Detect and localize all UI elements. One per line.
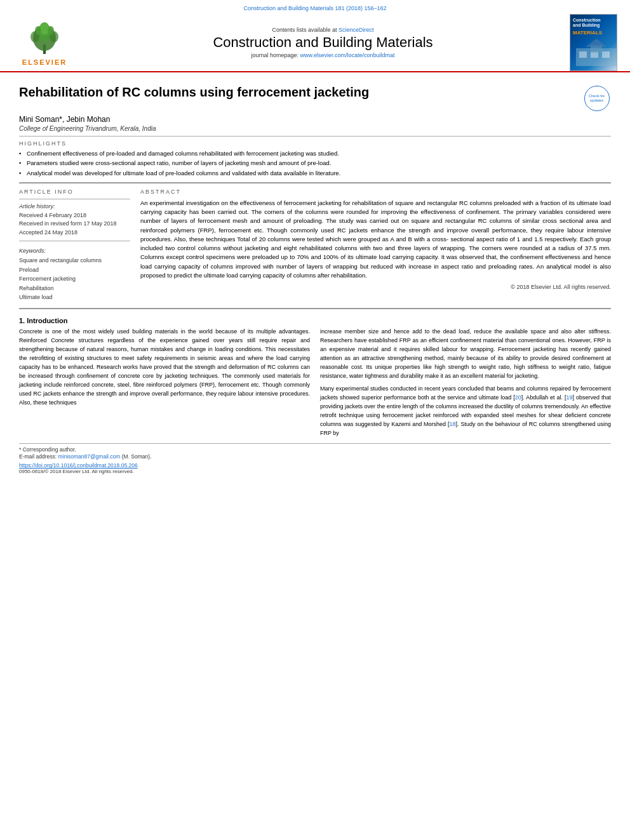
highlights-list: Confinement effectiveness of pre-loaded … [19, 149, 611, 177]
journal-title: Construction and Building Materials [89, 34, 557, 51]
svg-rect-9 [579, 51, 587, 58]
article-title: Rehabilitation of RC columns using ferro… [19, 84, 576, 100]
elsevier-logo: ELSEVIER [13, 19, 76, 66]
intro-col-left: Concrete is one of the most widely used … [19, 328, 310, 437]
svg-rect-11 [602, 51, 610, 58]
journal-homepage: journal homepage: www.elsevier.com/locat… [89, 52, 557, 58]
journal-center: Contents lists available at ScienceDirec… [76, 24, 570, 61]
keyword-4: Rehabilitation [19, 284, 130, 293]
footnote-email-line: E-mail address: minisoman87@gmail.com (M… [19, 453, 611, 461]
contents-line: Contents lists available at ScienceDirec… [89, 27, 557, 33]
cover-line3: MATERIALS [573, 30, 614, 36]
svg-point-7 [48, 26, 54, 35]
keyword-5: Ultimate load [19, 293, 130, 302]
divider-3 [19, 308, 611, 309]
abstract-label: ABSTRACT [140, 189, 611, 195]
issn-text: 0950-0618/© 2018 Elsevier Ltd. All right… [19, 469, 611, 474]
divider-1 [19, 136, 611, 137]
intro-text-right: increase member size and hence add to th… [320, 328, 611, 381]
highlights-label: HIGHLIGHTS [19, 140, 611, 147]
received-date: Received 4 February 2018 [19, 211, 130, 220]
intro-text-right-2: Many experimental studies conducted in r… [320, 385, 611, 438]
svg-point-6 [35, 26, 41, 35]
affiliation: College of Engineering Trivandrum, Keral… [19, 125, 611, 132]
cover-line1: Construction and Building [573, 18, 614, 29]
footnote-email-suffix: (M. Soman). [122, 453, 152, 460]
history-label: Article history: [19, 203, 130, 210]
divider-keywords [19, 241, 130, 241]
journal-top-ref: Construction and Building Materials 181 … [13, 5, 617, 11]
two-col-info-abstract: ARTICLE INFO Article history: Received 4… [19, 189, 611, 302]
keywords-section: Keywords: Square and rectangular columns… [19, 248, 130, 302]
svg-marker-13 [586, 39, 607, 47]
article-content: Rehabilitation of RC columns using ferro… [0, 72, 630, 481]
keyword-2: Preload [19, 265, 130, 274]
highlights-section: HIGHLIGHTS Confinement effectiveness of … [19, 140, 611, 177]
elsevier-tree-icon [22, 19, 67, 57]
intro-text-left: Concrete is one of the most widely used … [19, 328, 310, 407]
doi-link[interactable]: https://doi.org/10.1016/j.conbuildmat.20… [19, 462, 611, 469]
highlight-item: Analytical model was developed for ultim… [19, 169, 611, 177]
intro-col-right: increase member size and hence add to th… [320, 328, 611, 437]
elsevier-wordmark: ELSEVIER [22, 58, 67, 66]
journal-header: Construction and Building Materials 181 … [0, 0, 630, 72]
footnote-email-label: E-mail address: [19, 453, 57, 460]
footnote-email[interactable]: minisoman87@gmail.com [58, 453, 120, 460]
intro-two-col: Concrete is one of the most widely used … [19, 328, 611, 437]
divider-info [19, 199, 130, 199]
abstract-section: ABSTRACT An experimental investigation o… [140, 189, 611, 302]
intro-heading: 1. Introduction [19, 317, 611, 324]
abstract-text: An experimental investigation on the eff… [140, 199, 611, 280]
page: Construction and Building Materials 181 … [0, 0, 630, 840]
divider-2 [19, 182, 611, 183]
article-title-section: Rehabilitation of RC columns using ferro… [19, 79, 611, 112]
check-update-badge: Check for updates [582, 84, 611, 112]
highlight-item: Parameters studied were cross-sectional … [19, 159, 611, 167]
journal-header-inner: ELSEVIER Contents lists available at Sci… [13, 14, 617, 71]
journal-cover-image: Construction and Building MATERIALS [570, 14, 617, 71]
keyword-1: Square and rectangular columns [19, 256, 130, 265]
keyword-3: Ferrocement jacketing [19, 274, 130, 283]
footnote-section: * Corresponding author. E-mail address: … [19, 443, 611, 475]
footnote-corresponding: * Corresponding author. [19, 446, 611, 454]
article-info-label: ARTICLE INFO [19, 189, 130, 195]
intro-section: 1. Introduction Concrete is one of the m… [19, 317, 611, 437]
cover-illustration [573, 36, 620, 67]
keywords-label: Keywords: [19, 248, 130, 254]
accepted-date: Accepted 24 May 2018 [19, 229, 130, 237]
article-info-col: ARTICLE INFO Article history: Received 4… [19, 189, 130, 302]
abstract-copyright: © 2018 Elsevier Ltd. All rights reserved… [140, 284, 611, 290]
authors: Mini Soman*, Jebin Mohan [19, 115, 611, 124]
sciencedirect-link[interactable]: ScienceDirect [338, 27, 374, 33]
journal-homepage-url[interactable]: www.elsevier.com/locate/conbuildmat [300, 52, 395, 58]
highlight-item: Confinement effectiveness of pre-loaded … [19, 149, 611, 157]
check-update-circle: Check for updates [584, 86, 610, 111]
received-revised-date: Received in revised form 17 May 2018 [19, 220, 130, 229]
